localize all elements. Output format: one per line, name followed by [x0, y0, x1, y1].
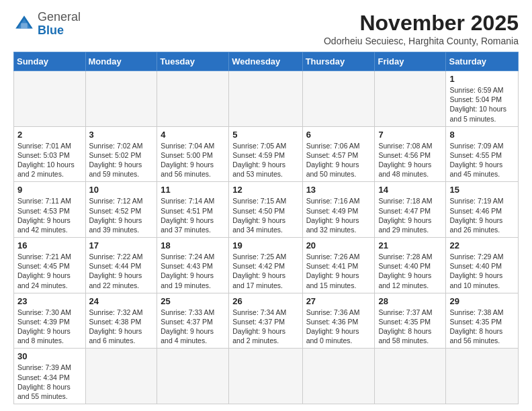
- week-row-2: 2Sunrise: 7:01 AM Sunset: 5:03 PM Daylig…: [14, 126, 519, 182]
- page: General Blue November 2025 Odorheiu Secu…: [0, 0, 532, 411]
- week-row-5: 23Sunrise: 7:30 AM Sunset: 4:39 PM Dayli…: [14, 293, 519, 349]
- day-info: Sunrise: 7:06 AM Sunset: 4:57 PM Dayligh…: [306, 141, 371, 179]
- day-number: 28: [378, 296, 442, 306]
- day-info: Sunrise: 7:09 AM Sunset: 4:55 PM Dayligh…: [449, 141, 515, 179]
- day-number: 22: [449, 240, 515, 250]
- day-number: 14: [378, 185, 442, 195]
- calendar-title: November 2025: [324, 11, 519, 36]
- day-info: Sunrise: 7:02 AM Sunset: 5:02 PM Dayligh…: [89, 141, 154, 179]
- day-info: Sunrise: 7:11 AM Sunset: 4:53 PM Dayligh…: [17, 196, 82, 234]
- logo: General Blue: [13, 11, 81, 38]
- day-cell: 24Sunrise: 7:32 AM Sunset: 4:38 PM Dayli…: [85, 293, 157, 349]
- week-row-4: 16Sunrise: 7:21 AM Sunset: 4:45 PM Dayli…: [14, 238, 519, 293]
- logo-general: General: [38, 10, 81, 24]
- day-number: 13: [306, 185, 371, 195]
- day-info: Sunrise: 7:32 AM Sunset: 4:38 PM Dayligh…: [89, 308, 154, 346]
- day-info: Sunrise: 7:37 AM Sunset: 4:35 PM Dayligh…: [378, 308, 442, 346]
- day-cell: [157, 71, 229, 127]
- day-info: Sunrise: 7:36 AM Sunset: 4:36 PM Dayligh…: [306, 308, 371, 346]
- svg-rect-2: [21, 23, 28, 28]
- day-cell: 1Sunrise: 6:59 AM Sunset: 5:04 PM Daylig…: [446, 71, 519, 127]
- day-cell: 20Sunrise: 7:26 AM Sunset: 4:41 PM Dayli…: [302, 238, 375, 293]
- day-cell: 25Sunrise: 7:33 AM Sunset: 4:37 PM Dayli…: [157, 293, 229, 349]
- day-cell: 7Sunrise: 7:08 AM Sunset: 4:56 PM Daylig…: [375, 126, 446, 182]
- week-row-1: 1Sunrise: 6:59 AM Sunset: 5:04 PM Daylig…: [14, 71, 519, 127]
- day-info: Sunrise: 7:18 AM Sunset: 4:47 PM Dayligh…: [378, 196, 442, 234]
- day-cell: [302, 349, 375, 404]
- day-cell: [375, 349, 446, 404]
- day-cell: 19Sunrise: 7:25 AM Sunset: 4:42 PM Dayli…: [229, 238, 302, 293]
- day-number: 17: [89, 240, 154, 250]
- day-cell: 12Sunrise: 7:15 AM Sunset: 4:50 PM Dayli…: [229, 182, 302, 238]
- col-header-saturday: Saturday: [446, 52, 519, 71]
- day-number: 24: [89, 296, 154, 306]
- day-cell: 17Sunrise: 7:22 AM Sunset: 4:44 PM Dayli…: [85, 238, 157, 293]
- day-number: 3: [89, 130, 154, 140]
- day-cell: 2Sunrise: 7:01 AM Sunset: 5:03 PM Daylig…: [14, 126, 86, 182]
- day-number: 15: [449, 185, 515, 195]
- day-info: Sunrise: 7:34 AM Sunset: 4:37 PM Dayligh…: [232, 308, 298, 346]
- day-cell: 6Sunrise: 7:06 AM Sunset: 4:57 PM Daylig…: [302, 126, 375, 182]
- day-info: Sunrise: 7:33 AM Sunset: 4:37 PM Dayligh…: [161, 308, 225, 346]
- col-header-wednesday: Wednesday: [229, 52, 302, 71]
- day-number: 20: [306, 240, 371, 250]
- day-cell: 11Sunrise: 7:14 AM Sunset: 4:51 PM Dayli…: [157, 182, 229, 238]
- logo-blue: Blue: [38, 24, 64, 37]
- day-cell: [85, 71, 157, 127]
- day-cell: [375, 71, 446, 127]
- day-info: Sunrise: 7:38 AM Sunset: 4:35 PM Dayligh…: [449, 308, 515, 346]
- day-number: 21: [378, 240, 442, 250]
- day-number: 26: [232, 296, 298, 306]
- day-cell: [446, 349, 519, 404]
- day-number: 18: [161, 240, 225, 250]
- day-cell: 29Sunrise: 7:38 AM Sunset: 4:35 PM Dayli…: [446, 293, 519, 349]
- day-info: Sunrise: 7:30 AM Sunset: 4:39 PM Dayligh…: [17, 308, 82, 346]
- logo-text: General Blue: [38, 11, 81, 38]
- day-number: 5: [232, 130, 298, 140]
- day-cell: [157, 349, 229, 404]
- day-info: Sunrise: 7:19 AM Sunset: 4:46 PM Dayligh…: [449, 196, 515, 234]
- day-info: Sunrise: 7:39 AM Sunset: 4:34 PM Dayligh…: [17, 363, 82, 401]
- header: General Blue November 2025 Odorheiu Secu…: [13, 11, 519, 46]
- day-cell: [85, 349, 157, 404]
- day-cell: [302, 71, 375, 127]
- day-cell: [14, 71, 86, 127]
- day-cell: 28Sunrise: 7:37 AM Sunset: 4:35 PM Dayli…: [375, 293, 446, 349]
- day-info: Sunrise: 7:29 AM Sunset: 4:40 PM Dayligh…: [449, 252, 515, 290]
- day-info: Sunrise: 7:12 AM Sunset: 4:52 PM Dayligh…: [89, 196, 154, 234]
- day-number: 27: [306, 296, 371, 306]
- day-info: Sunrise: 7:26 AM Sunset: 4:41 PM Dayligh…: [306, 252, 371, 290]
- day-info: Sunrise: 7:24 AM Sunset: 4:43 PM Dayligh…: [161, 252, 225, 290]
- day-number: 9: [17, 185, 82, 195]
- col-header-tuesday: Tuesday: [157, 52, 229, 71]
- day-info: Sunrise: 7:04 AM Sunset: 5:00 PM Dayligh…: [161, 141, 225, 179]
- day-number: 29: [449, 296, 515, 306]
- day-number: 6: [306, 130, 371, 140]
- col-header-friday: Friday: [375, 52, 446, 71]
- day-cell: 26Sunrise: 7:34 AM Sunset: 4:37 PM Dayli…: [229, 293, 302, 349]
- day-cell: 5Sunrise: 7:05 AM Sunset: 4:59 PM Daylig…: [229, 126, 302, 182]
- week-row-3: 9Sunrise: 7:11 AM Sunset: 4:53 PM Daylig…: [14, 182, 519, 238]
- day-cell: 10Sunrise: 7:12 AM Sunset: 4:52 PM Dayli…: [85, 182, 157, 238]
- day-number: 4: [161, 130, 225, 140]
- day-cell: 30Sunrise: 7:39 AM Sunset: 4:34 PM Dayli…: [14, 349, 86, 404]
- day-info: Sunrise: 7:08 AM Sunset: 4:56 PM Dayligh…: [378, 141, 442, 179]
- day-number: 16: [17, 240, 82, 250]
- day-number: 2: [17, 130, 82, 140]
- day-number: 8: [449, 130, 515, 140]
- day-number: 11: [161, 185, 225, 195]
- day-cell: [229, 349, 302, 404]
- day-cell: 9Sunrise: 7:11 AM Sunset: 4:53 PM Daylig…: [14, 182, 86, 238]
- col-header-sunday: Sunday: [14, 52, 86, 71]
- day-info: Sunrise: 7:25 AM Sunset: 4:42 PM Dayligh…: [232, 252, 298, 290]
- day-info: Sunrise: 7:22 AM Sunset: 4:44 PM Dayligh…: [89, 252, 154, 290]
- day-cell: 18Sunrise: 7:24 AM Sunset: 4:43 PM Dayli…: [157, 238, 229, 293]
- day-cell: 23Sunrise: 7:30 AM Sunset: 4:39 PM Dayli…: [14, 293, 86, 349]
- day-cell: 15Sunrise: 7:19 AM Sunset: 4:46 PM Dayli…: [446, 182, 519, 238]
- col-header-thursday: Thursday: [302, 52, 375, 71]
- day-info: Sunrise: 7:01 AM Sunset: 5:03 PM Dayligh…: [17, 141, 82, 179]
- calendar-table: SundayMondayTuesdayWednesdayThursdayFrid…: [13, 52, 519, 404]
- header-row: SundayMondayTuesdayWednesdayThursdayFrid…: [14, 52, 519, 71]
- day-cell: 8Sunrise: 7:09 AM Sunset: 4:55 PM Daylig…: [446, 126, 519, 182]
- day-info: Sunrise: 7:28 AM Sunset: 4:40 PM Dayligh…: [378, 252, 442, 290]
